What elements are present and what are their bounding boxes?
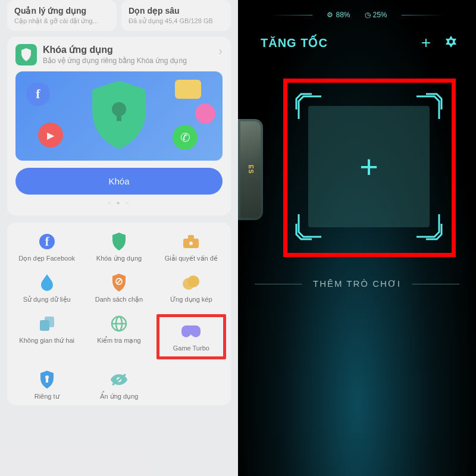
folder-icon — [175, 80, 201, 99]
speed-stat: ◷25% — [365, 11, 387, 19]
app-lock-card[interactable]: Khóa ứng dụng Bảo vệ ứng dụng riêng bằng… — [7, 37, 231, 215]
whatsapp-icon: ✆ — [180, 130, 190, 145]
page-indicator: ○ ● ○ — [15, 199, 223, 206]
clock-icon: ◷ — [365, 11, 371, 19]
tool-label: Danh sách chặn — [95, 296, 143, 303]
card-title: Dọn dẹp sâu — [129, 6, 224, 15]
svg-rect-1 — [117, 111, 121, 121]
eye-off-icon — [109, 370, 129, 389]
svg-rect-12 — [45, 317, 54, 327]
card-subtitle: Đã sử dụng 45,4 GB/128 GB — [129, 17, 224, 25]
tool-label: Không gian thứ hai — [19, 337, 74, 345]
tool-label: Giải quyết vấn đề — [165, 255, 218, 262]
add-icon[interactable]: + — [421, 33, 431, 52]
status-bar: ⚙88% ◷25% — [238, 0, 476, 19]
shield-icon — [109, 232, 129, 251]
tool-label: Dọn dẹp Facebook — [18, 255, 75, 262]
card-title: Quản lý ứng dụng — [14, 6, 109, 15]
tool-label: Riêng tư — [35, 393, 60, 400]
dual-icon — [181, 273, 201, 292]
tool-shield[interactable]: Khóa ứng dụng — [84, 232, 154, 262]
app-lock-title: Khóa ứng dụng — [43, 44, 212, 55]
tool-label: Ẩn ứng dụng — [100, 393, 139, 400]
tool-drop[interactable]: Sử dụng dữ liệu — [12, 273, 82, 303]
svg-point-6 — [189, 242, 193, 245]
gamepad-icon — [181, 322, 201, 341]
tool-label: Ứng dụng kép — [170, 296, 212, 303]
tool-toolbox[interactable]: Giải quyết vấn đề — [156, 232, 226, 262]
svg-rect-5 — [188, 235, 194, 240]
play-icon: ▶ — [47, 130, 54, 141]
app-lock-banner: f ▶ ✆ — [15, 71, 223, 161]
facebook-icon: f — [36, 86, 40, 102]
block-shield-icon — [109, 273, 129, 292]
copy-icon — [37, 314, 57, 333]
battery-stat: ⚙88% — [327, 11, 350, 19]
svg-point-20 — [449, 40, 453, 43]
settings-icon[interactable] — [444, 35, 458, 51]
game-turbo-screen: ⚙88% ◷25% TĂNG TỐC + ES + THÊM TRÒ CHƠI — [238, 0, 476, 476]
card-subtitle: Cập nhật & gỡ cài đặt ứng... — [14, 17, 109, 25]
tool-label: Game Turbo — [173, 345, 209, 352]
svg-point-10 — [187, 275, 199, 287]
tool-privacy[interactable]: Riêng tư — [12, 370, 82, 400]
shield-icon — [15, 44, 37, 65]
tool-eye-off[interactable]: Ẩn ứng dụng — [84, 370, 154, 400]
privacy-icon — [37, 370, 57, 389]
tool-facebook[interactable]: fDọn dẹp Facebook — [12, 232, 82, 262]
facebook-icon: f — [37, 232, 57, 251]
tool-dual[interactable]: Ứng dụng kép — [156, 273, 226, 303]
tool-copy[interactable]: Không gian thứ hai — [12, 314, 82, 359]
security-app-screen: Quản lý ứng dụng Cập nhật & gỡ cài đặt ứ… — [0, 0, 238, 476]
game-thumbnail-pubg[interactable]: ES — [238, 119, 263, 220]
tool-label: Khóa ứng dụng — [96, 255, 142, 262]
drop-icon — [37, 273, 57, 292]
lock-button[interactable]: Khóa — [15, 168, 223, 195]
manage-apps-card[interactable]: Quản lý ứng dụng Cập nhật & gỡ cài đặt ứ… — [7, 0, 117, 31]
tool-label: Sử dụng dữ liệu — [23, 296, 71, 303]
gallery-icon — [195, 104, 215, 124]
add-game-slot[interactable]: + — [295, 93, 443, 240]
shield-lock-icon — [89, 81, 149, 152]
tools-grid-card: fDọn dẹp FacebookKhóa ứng dụngGiải quyết… — [7, 223, 231, 405]
tool-globe[interactable]: Kiểm tra mạng — [84, 314, 154, 359]
globe-icon — [109, 314, 129, 333]
tool-label: Kiểm tra mạng — [97, 337, 140, 345]
svg-text:f: f — [45, 235, 49, 248]
toolbox-icon — [181, 232, 201, 251]
deep-clean-card[interactable]: Dọn dẹp sâu Đã sử dụng 45,4 GB/128 GB — [121, 0, 231, 31]
page-title: TĂNG TỐC — [261, 36, 328, 50]
tool-gamepad[interactable]: Game Turbo — [156, 314, 226, 359]
chevron-right-icon: › — [218, 44, 223, 58]
app-lock-subtitle: Bảo vệ ứng dụng riêng bằng Khóa ứng dụng — [43, 57, 212, 65]
plus-icon: + — [359, 148, 378, 185]
tool-block-shield[interactable]: Danh sách chặn — [84, 273, 154, 303]
svg-rect-17 — [46, 378, 48, 383]
gear-icon: ⚙ — [327, 11, 333, 19]
add-game-label: THÊM TRÒ CHƠI — [238, 278, 476, 289]
